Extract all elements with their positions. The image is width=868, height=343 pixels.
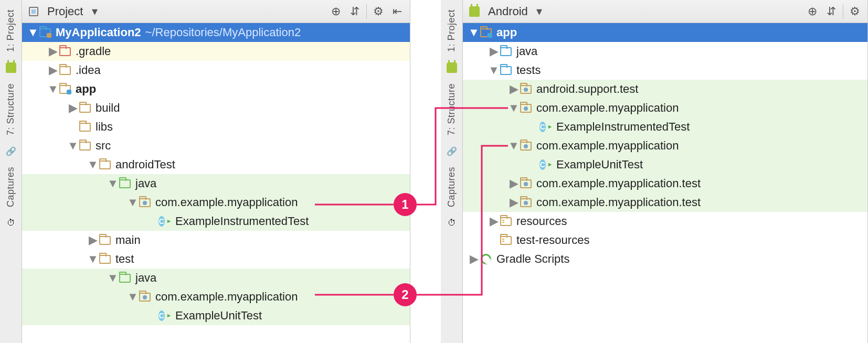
gear-icon[interactable]: ⚙ — [848, 4, 862, 19]
tab-captures[interactable]: Captures — [5, 160, 16, 213]
target-icon[interactable]: ⊕ — [805, 4, 820, 19]
tree-label: ExampleInstrumentedTest — [556, 120, 690, 134]
tree-label: java — [135, 271, 156, 285]
tree-row[interactable]: ▼app — [463, 23, 867, 42]
hide-icon[interactable]: ⇤ — [390, 4, 405, 19]
project-tree[interactable]: ▼MyApplication2~/Repositories/MyApplicat… — [22, 23, 410, 343]
tree-label: com.example.myapplication.test — [536, 177, 701, 190]
tree-label: com.example.myapplication — [155, 290, 298, 304]
tree-row[interactable]: ▼app — [22, 80, 410, 99]
chevron-down-icon[interactable]: ▾ — [532, 4, 547, 19]
tree-row[interactable]: ▶java — [463, 42, 867, 61]
structure-icon: 🔗 — [5, 145, 17, 157]
tree-label: com.example.myapplication.test — [536, 196, 701, 209]
tree-label: main — [115, 233, 141, 247]
tree-label: src — [96, 139, 111, 153]
tree-label: app — [76, 82, 96, 96]
tree-label: com.example.myapplication — [536, 101, 679, 115]
tree-row[interactable]: CExampleUnitTest — [22, 306, 410, 325]
tree-row[interactable]: CExampleInstrumentedTest — [22, 212, 410, 231]
android-header: Android ▾ ⊕ ⇵ ⚙ — [463, 0, 867, 23]
callout-2: 2 — [394, 283, 417, 306]
android-tree[interactable]: ▼app▶java▼tests▶android.support.test▼com… — [463, 23, 867, 343]
tree-label: tests — [516, 63, 541, 77]
tree-row[interactable]: ▶main — [22, 231, 410, 250]
tree-row[interactable]: ▼tests — [463, 61, 867, 80]
android-view-title[interactable]: Android — [488, 5, 528, 18]
tree-label: ExampleInstrumentedTest — [175, 215, 309, 228]
tab-structure[interactable]: 7: Structure — [446, 77, 457, 142]
tree-label: libs — [96, 120, 113, 134]
collapse-icon[interactable]: ⇵ — [347, 4, 362, 19]
android-view-icon — [468, 6, 481, 17]
structure-icon: 🔗 — [446, 145, 458, 157]
tree-row[interactable]: ▶Gradle Scripts — [463, 250, 867, 269]
tree-row[interactable]: ▼androidTest — [22, 155, 410, 174]
tree-row[interactable]: ▼java — [22, 174, 410, 193]
tab-project[interactable]: 1: Project — [446, 3, 457, 58]
tree-row[interactable]: ▶com.example.myapplication.test — [463, 193, 867, 212]
tree-label: .gradle — [76, 45, 111, 58]
tree-label: android.support.test — [536, 82, 638, 96]
tree-path: ~/Repositories/MyApplication2 — [145, 26, 301, 39]
android-icon — [446, 61, 458, 74]
tree-label: build — [96, 101, 120, 115]
tree-label: com.example.myapplication — [536, 139, 679, 153]
project-panel: 1: Project 7: Structure 🔗 Captures ⏱ Pro… — [0, 0, 410, 343]
chevron-down-icon[interactable]: ▾ — [87, 4, 102, 19]
tab-project[interactable]: 1: Project — [5, 3, 16, 58]
tree-label: test-resources — [516, 233, 589, 247]
tree-row[interactable]: test-resources — [463, 231, 867, 250]
tree-row[interactable]: ▼test — [22, 250, 410, 269]
tree-label: test — [115, 252, 134, 266]
android-icon — [5, 61, 17, 74]
tree-row[interactable]: ▶android.support.test — [463, 80, 867, 99]
tree-row[interactable]: ▼com.example.myapplication — [22, 193, 410, 212]
tree-row[interactable]: ▶resources — [463, 212, 867, 231]
tree-row[interactable]: ▼com.example.myapplication — [22, 287, 410, 306]
project-view-icon — [27, 6, 40, 17]
tree-row[interactable]: ▼com.example.myapplication — [463, 99, 867, 117]
tree-label: resources — [516, 215, 567, 228]
tree-label: ExampleUnitTest — [556, 158, 643, 172]
tree-label: com.example.myapplication — [155, 196, 298, 209]
tree-label: ExampleUnitTest — [175, 309, 262, 323]
callout-1: 1 — [394, 193, 417, 216]
tree-row[interactable]: ▼MyApplication2~/Repositories/MyApplicat… — [22, 23, 410, 42]
tab-captures[interactable]: Captures — [446, 160, 457, 213]
tree-row[interactable]: ▼com.example.myapplication — [463, 136, 867, 155]
tree-row[interactable]: CExampleUnitTest — [463, 155, 867, 174]
tree-row[interactable]: ▶build — [22, 99, 410, 117]
collapse-icon[interactable]: ⇵ — [824, 4, 839, 19]
tab-structure[interactable]: 7: Structure — [5, 77, 16, 142]
tree-label: java — [135, 177, 156, 190]
tree-row[interactable]: ▶com.example.myapplication.test — [463, 174, 867, 193]
tree-row[interactable]: CExampleInstrumentedTest — [463, 117, 867, 136]
tree-row[interactable]: ▶.gradle — [22, 42, 410, 61]
target-icon[interactable]: ⊕ — [329, 4, 343, 19]
android-panel: 1: Project 7: Structure 🔗 Captures ⏱ And… — [441, 0, 868, 343]
tree-label: androidTest — [115, 158, 175, 172]
project-header: Project ▾ ⊕ ⇵ ⚙ ⇤ — [22, 0, 410, 23]
tree-row[interactable]: ▼src — [22, 136, 410, 155]
captures-icon: ⏱ — [446, 217, 458, 229]
tree-label: Gradle Scripts — [496, 252, 569, 266]
tree-row[interactable]: ▶.idea — [22, 61, 410, 80]
tree-row[interactable]: libs — [22, 117, 410, 136]
tree-label: .idea — [76, 63, 101, 77]
project-view-title[interactable]: Project — [47, 5, 83, 18]
right-gutter: 1: Project 7: Structure 🔗 Captures ⏱ — [441, 0, 463, 343]
tree-row[interactable]: ▼java — [22, 269, 410, 287]
tree-label: java — [516, 45, 537, 58]
tree-label: MyApplication2 — [56, 26, 141, 39]
captures-icon: ⏱ — [5, 217, 17, 229]
gear-icon[interactable]: ⚙ — [371, 4, 386, 19]
tree-label: app — [496, 26, 517, 39]
left-gutter: 1: Project 7: Structure 🔗 Captures ⏱ — [0, 0, 22, 343]
